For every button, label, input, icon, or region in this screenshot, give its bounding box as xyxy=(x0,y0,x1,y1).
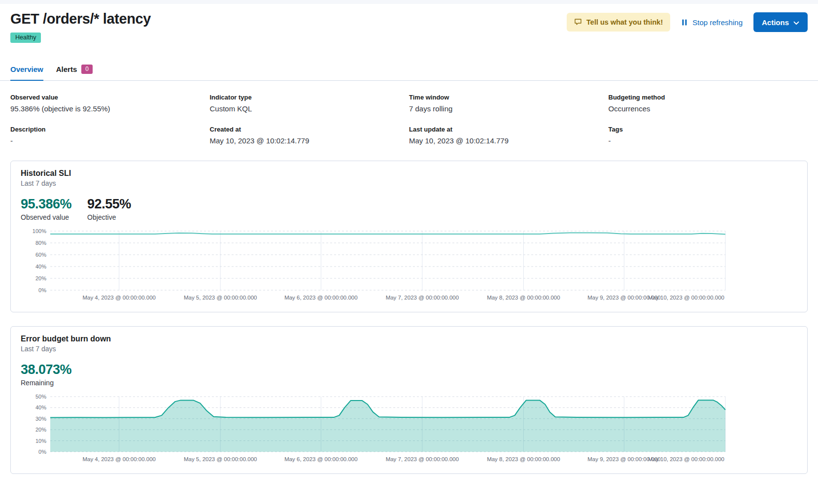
observed-value-number: 95.386% xyxy=(21,197,71,212)
definition-value: 95.386% (objective is 92.55%) xyxy=(10,104,210,113)
slo-definition-list: Observed value 95.386% (objective is 92.… xyxy=(10,94,808,145)
svg-text:May 10, 2023 @ 00:00:00.000: May 10, 2023 @ 00:00:00.000 xyxy=(648,456,724,462)
definition-value: Occurrences xyxy=(609,104,808,113)
svg-text:0%: 0% xyxy=(38,449,46,455)
definition-item: Tags - xyxy=(609,126,808,145)
remaining-label: Remaining xyxy=(21,379,71,387)
remaining-number: 38.073% xyxy=(21,363,71,377)
tab-alerts[interactable]: Alerts 0 xyxy=(56,65,93,81)
definition-label: Indicator type xyxy=(210,94,409,101)
stop-refreshing-button[interactable]: Stop refreshing xyxy=(681,18,743,27)
definition-label: Observed value xyxy=(10,94,210,101)
svg-text:20%: 20% xyxy=(35,275,46,281)
definition-label: Tags xyxy=(609,126,808,133)
svg-text:May 5, 2023 @ 00:00:00.000: May 5, 2023 @ 00:00:00.000 xyxy=(184,456,257,462)
stat-remaining: 38.073% Remaining xyxy=(21,363,71,387)
svg-text:May 7, 2023 @ 00:00:00.000: May 7, 2023 @ 00:00:00.000 xyxy=(386,295,459,301)
definition-value: 7 days rolling xyxy=(409,104,609,113)
status-badge: Healthy xyxy=(10,33,41,43)
title-block: GET /orders/* latency Healthy xyxy=(10,10,151,43)
svg-text:40%: 40% xyxy=(35,404,46,410)
error-budget-title: Error budget burn down xyxy=(21,335,797,343)
stat-observed-value: 95.386% Observed value xyxy=(21,197,71,221)
tab-overview-label: Overview xyxy=(10,65,43,73)
error-budget-stats: 38.073% Remaining xyxy=(21,363,797,387)
svg-text:40%: 40% xyxy=(35,264,46,269)
speech-bubble-icon xyxy=(574,18,582,27)
historical-sli-chart[interactable]: 0%20%40%60%80%100%May 4, 2023 @ 00:00:00… xyxy=(21,227,797,306)
page-title: GET /orders/* latency xyxy=(10,10,151,29)
svg-text:May 4, 2023 @ 00:00:00.000: May 4, 2023 @ 00:00:00.000 xyxy=(82,295,156,301)
objective-number: 92.55% xyxy=(87,197,131,212)
svg-text:May 10, 2023 @ 00:00:00.000: May 10, 2023 @ 00:00:00.000 xyxy=(648,295,724,301)
svg-text:60%: 60% xyxy=(35,252,46,258)
svg-text:May 8, 2023 @ 00:00:00.000: May 8, 2023 @ 00:00:00.000 xyxy=(487,295,560,301)
svg-text:20%: 20% xyxy=(35,427,46,433)
definition-value: Custom KQL xyxy=(210,104,409,113)
feedback-button[interactable]: Tell us what you think! xyxy=(567,13,670,32)
definition-label: Description xyxy=(10,126,210,133)
svg-text:May 4, 2023 @ 00:00:00.000: May 4, 2023 @ 00:00:00.000 xyxy=(82,456,156,462)
objective-label: Objective xyxy=(87,213,131,221)
tab-overview[interactable]: Overview xyxy=(10,65,43,81)
svg-text:10%: 10% xyxy=(35,437,46,443)
svg-text:100%: 100% xyxy=(33,228,46,234)
error-budget-chart[interactable]: 0%10%20%30%40%50%May 4, 2023 @ 00:00:00.… xyxy=(21,393,797,468)
definition-item: Budgeting method Occurrences xyxy=(609,94,808,113)
stat-objective: 92.55% Objective xyxy=(87,197,131,221)
svg-text:0%: 0% xyxy=(38,287,46,293)
definition-item: Observed value 95.386% (objective is 92.… xyxy=(10,94,210,113)
historical-sli-card: Historical SLI Last 7 days 95.386% Obser… xyxy=(10,161,808,312)
definition-item: Created at May 10, 2023 @ 10:02:14.779 xyxy=(210,126,409,145)
definition-value: May 10, 2023 @ 10:02:14.779 xyxy=(210,136,409,145)
actions-button[interactable]: Actions xyxy=(753,12,808,32)
definition-label: Created at xyxy=(210,126,409,133)
definition-item: Description - xyxy=(10,126,210,145)
pause-icon xyxy=(681,19,688,26)
definition-value: May 10, 2023 @ 10:02:14.779 xyxy=(409,136,609,145)
svg-text:May 5, 2023 @ 00:00:00.000: May 5, 2023 @ 00:00:00.000 xyxy=(184,295,257,301)
page-header: GET /orders/* latency Healthy Tell us wh… xyxy=(10,4,808,43)
observed-value-label: Observed value xyxy=(21,213,71,221)
stop-refreshing-label: Stop refreshing xyxy=(692,18,743,27)
definition-item: Time window 7 days rolling xyxy=(409,94,609,113)
definition-item: Last update at May 10, 2023 @ 10:02:14.7… xyxy=(409,126,609,145)
svg-text:May 6, 2023 @ 00:00:00.000: May 6, 2023 @ 00:00:00.000 xyxy=(284,456,358,462)
error-budget-card: Error budget burn down Last 7 days 38.07… xyxy=(10,326,808,474)
error-budget-subtitle: Last 7 days xyxy=(21,345,797,353)
header-actions: Tell us what you think! Stop refreshing … xyxy=(567,10,808,32)
feedback-button-label: Tell us what you think! xyxy=(586,18,663,26)
historical-sli-stats: 95.386% Observed value 92.55% Objective xyxy=(21,197,797,221)
definition-label: Last update at xyxy=(409,126,609,133)
tab-alerts-label: Alerts xyxy=(56,65,77,73)
definition-value: - xyxy=(10,136,210,145)
historical-sli-subtitle: Last 7 days xyxy=(21,179,797,187)
svg-text:50%: 50% xyxy=(35,394,46,400)
definition-value: - xyxy=(609,136,808,145)
definition-label: Time window xyxy=(409,94,609,101)
top-strip xyxy=(0,0,818,4)
tab-bar: Overview Alerts 0 xyxy=(0,65,818,81)
definition-label: Budgeting method xyxy=(609,94,808,101)
alerts-count-badge: 0 xyxy=(81,65,93,74)
svg-text:30%: 30% xyxy=(35,415,46,421)
svg-text:May 8, 2023 @ 00:00:00.000: May 8, 2023 @ 00:00:00.000 xyxy=(487,456,560,462)
chevron-down-icon xyxy=(793,18,799,27)
historical-sli-title: Historical SLI xyxy=(21,169,797,178)
svg-text:May 6, 2023 @ 00:00:00.000: May 6, 2023 @ 00:00:00.000 xyxy=(284,295,358,301)
definition-item: Indicator type Custom KQL xyxy=(210,94,409,113)
svg-text:80%: 80% xyxy=(35,240,46,246)
svg-text:May 7, 2023 @ 00:00:00.000: May 7, 2023 @ 00:00:00.000 xyxy=(386,456,459,462)
actions-button-label: Actions xyxy=(762,18,789,27)
